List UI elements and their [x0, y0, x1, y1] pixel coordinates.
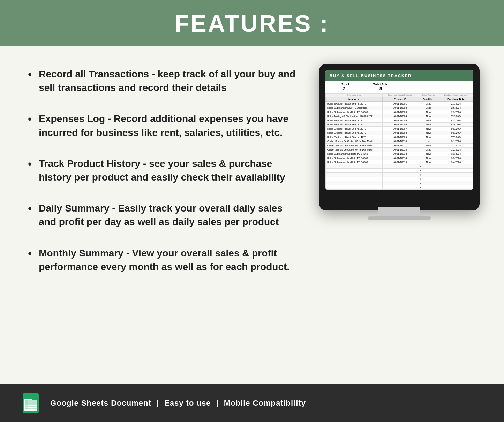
- empty-cell: ▼: [418, 177, 439, 181]
- table-row: Rolex Submariner No Date PC 14060A001-10…: [326, 160, 473, 164]
- table-cell: A001-10010: [382, 139, 418, 144]
- stat-empty: [399, 81, 436, 93]
- table-cell: 2/16/2024: [439, 118, 473, 123]
- table-cell: New: [418, 118, 439, 123]
- empty-cell: [326, 164, 383, 169]
- col-purchase-date: Purchase Date: [439, 97, 473, 102]
- empty-cell: [382, 169, 418, 173]
- footer: Google Sheets Document | Easy to use | M…: [0, 384, 504, 422]
- footer-part-1: Google Sheets Document: [50, 399, 151, 407]
- empty-cell: [439, 177, 473, 181]
- table-cell: Rolex Submariner No Date PC 14060: [326, 152, 383, 156]
- bullet-daily: •: [28, 203, 32, 214]
- empty-cell: [382, 181, 418, 185]
- table-cell: 3/4/2024: [439, 160, 473, 164]
- table-row: Rolex Submariner No Date PC 14060A001-10…: [326, 156, 473, 160]
- footer-part-3: Mobile Compatibility: [224, 399, 306, 407]
- table-cell: A001-10003: [382, 110, 418, 114]
- table-cell: Rolex Explorer I Black 36mm 14270: [326, 118, 383, 123]
- svg-rect-7: [25, 400, 28, 409]
- table-cell: 2/28/2024: [439, 135, 473, 139]
- table-cell: New: [418, 123, 439, 127]
- empty-cell: [326, 185, 383, 190]
- empty-cell: [439, 185, 473, 190]
- spreadsheet-body: Rolex Explorer I Black 36mm 14270A001-10…: [326, 102, 473, 190]
- footer-sep-1: |: [157, 399, 161, 407]
- table-cell: Rolex Explorer I Black 36mm 14270: [326, 102, 383, 106]
- col-item-name: Item Name: [326, 97, 383, 102]
- hint-date: Double-click to input date: [439, 94, 473, 97]
- table-cell: Rolex Explorer I Black 36mm 14270: [326, 131, 383, 135]
- stat-in-stock-label: In Stock: [338, 83, 350, 86]
- feature-text-transactions: Record all Transactions - keep track of …: [39, 67, 302, 94]
- table-cell: A001-10013: [382, 152, 418, 156]
- table-cell: Rolex Airking 40 Black 40mm 126900 202: [326, 114, 383, 118]
- empty-cell: [382, 173, 418, 177]
- empty-cell: [382, 164, 418, 169]
- bullet-transactions: •: [28, 69, 32, 80]
- table-cell: A001-10005: [382, 118, 418, 123]
- table-cell: Rolex Submariner No Date PC 14060: [326, 110, 383, 114]
- spreadsheet-title: BUY & SELL BUSINESS TRACKER: [330, 74, 412, 78]
- stat-total-sold: Total Sold 8: [362, 81, 399, 93]
- table-cell: A001-10004: [382, 114, 418, 118]
- empty-cell: [326, 177, 383, 181]
- empty-cell: [326, 181, 383, 185]
- spreadsheet-stats: In Stock 7 Total Sold 8: [325, 81, 473, 93]
- table-cell: 2/17/2024: [439, 123, 473, 127]
- table-row: Cartier Santos De Cartier White Dial Med…: [326, 139, 473, 144]
- table-cell: A001-10006: [382, 123, 418, 127]
- feature-item-history: • Track Product History - see your sales…: [28, 157, 302, 184]
- table-cell: 3/2/2024: [439, 148, 473, 152]
- features-list: • Record all Transactions - keep track o…: [28, 60, 302, 384]
- feature-item-daily: • Daily Summary - Easily track your over…: [28, 201, 302, 229]
- empty-table-row: ▼: [326, 169, 473, 173]
- feature-text-history: Track Product History - see your sales &…: [39, 157, 302, 184]
- table-row: Rolex Explorer I Black 36mm 14270A001-10…: [326, 118, 473, 123]
- table-cell: 3/3/2024: [439, 156, 473, 160]
- empty-table-row: ▼: [326, 164, 473, 169]
- table-row: Rolex Explorer I Black 36mm 14270A001-10…: [326, 102, 473, 106]
- table-row: Rolex Submariner No Date PC 14060A001-10…: [326, 152, 473, 156]
- empty-cell: ▼: [418, 181, 439, 185]
- table-cell: Cartier Santos De Cartier White Dial Med…: [326, 144, 383, 148]
- footer-part-2: Easy to use: [164, 399, 211, 407]
- table-cell: Rolex Submariner No Date PC 14060: [326, 160, 383, 164]
- table-cell: 3/3/2024: [439, 152, 473, 156]
- stat-total-sold-label: Total Sold: [373, 83, 388, 86]
- table-row: Rolex Explorer I Black 36mm 14270A001-10…: [326, 131, 473, 135]
- empty-cell: ▼: [418, 169, 439, 173]
- table-row: Rolex Explorer I Black 36mm 14270A001-10…: [326, 123, 473, 127]
- table-cell: A001-10011: [382, 144, 418, 148]
- table-cell: Rolex Explorer I Black 36mm 14270: [326, 135, 383, 139]
- table-cell: A001-10007: [382, 127, 418, 131]
- stat-in-stock: In Stock 7: [325, 81, 362, 93]
- empty-cell: ▼: [418, 173, 439, 177]
- table-row: Rolex Explorer I Black 36mm 14270A001-10…: [326, 135, 473, 139]
- table-cell: 2/20/2024: [439, 127, 473, 131]
- table-cell: Cartier Santos De Cartier White Dial Med…: [326, 139, 383, 144]
- table-cell: New: [418, 114, 439, 118]
- tablet-frame: BUY & SELL BUSINESS TRACKER In Stock 7 T…: [319, 64, 480, 210]
- table-cell: New: [418, 110, 439, 114]
- table-cell: Rolex Explorer I Black 36mm 14270: [326, 127, 383, 131]
- empty-cell: [326, 173, 383, 177]
- table-row: Cartier Santos De Cartier White Dial Med…: [326, 144, 473, 148]
- table-cell: A001-10014: [382, 156, 418, 160]
- empty-cell: [439, 169, 473, 173]
- footer-text: Google Sheets Document | Easy to use | M…: [50, 399, 306, 408]
- footer-sep-2: |: [216, 399, 221, 407]
- col-product-id: Product ID: [382, 97, 418, 102]
- feature-text-monthly: Monthly Summary - View your overall sale…: [39, 246, 302, 274]
- empty-table-row: ▼: [326, 181, 473, 185]
- table-cell: A001-10012: [382, 148, 418, 152]
- table-cell: New: [418, 156, 439, 160]
- table-cell: New: [418, 131, 439, 135]
- column-headers: Item Name Product ID Condition Purchase …: [326, 97, 473, 102]
- feature-text-expenses: Expenses Log - Record additional expense…: [39, 112, 302, 139]
- tablet-stand-base: [368, 216, 431, 220]
- table-cell: 2/15/2024: [439, 114, 473, 118]
- feature-item-transactions: • Record all Transactions - keep track o…: [28, 67, 302, 94]
- table-cell: 3/1/2024: [439, 139, 473, 144]
- table-row: Rolex Airking 40 Black 40mm 126900 202A0…: [326, 114, 473, 118]
